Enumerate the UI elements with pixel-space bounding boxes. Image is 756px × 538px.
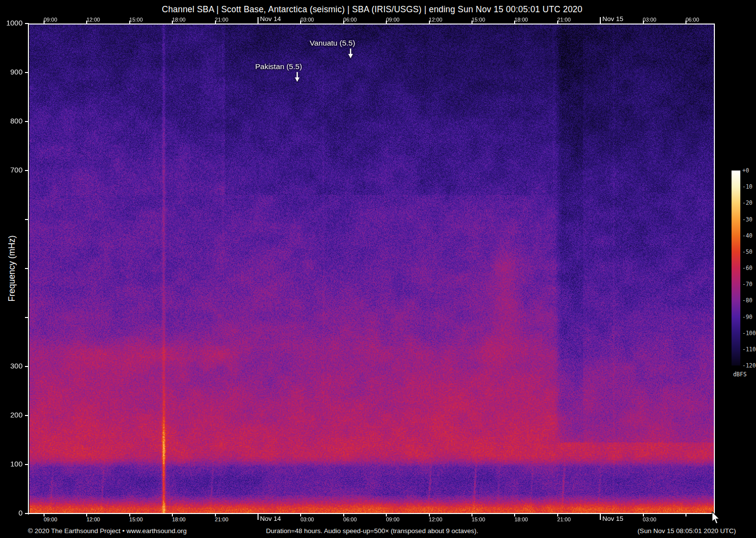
x-tick-label-bottom: 03:00: [643, 516, 657, 522]
x-tick-label-bottom: 12:00: [429, 516, 443, 522]
y-tick-label: 100: [0, 460, 23, 468]
x-tick-label-top: 12:00: [87, 17, 100, 23]
colorbar-tick-label: -120: [742, 362, 756, 369]
y-tick-label: 800: [0, 117, 23, 125]
x-tick-label-top: 18:00: [172, 17, 186, 23]
x-tick-label-top: Nov 14: [260, 15, 281, 23]
y-tick: [25, 121, 29, 122]
x-tick-top: [600, 17, 601, 24]
x-tick-label-bottom: 06:00: [343, 516, 357, 522]
x-tick-label-top: 15:00: [129, 17, 143, 23]
page-title: Channel SBA | Scott Base, Antarctica (se…: [29, 4, 715, 15]
colorbar: [732, 171, 740, 366]
annotation-pakistan: Pakistan (5.5): [225, 62, 332, 71]
x-tick-label-bottom: 18:00: [172, 516, 186, 522]
y-tick-label: 200: [0, 411, 23, 419]
x-tick-label-top: 21:00: [557, 17, 571, 23]
spectrogram-page: Channel SBA | Scott Base, Antarctica (se…: [0, 0, 756, 538]
x-tick-label-bottom: 09:00: [44, 516, 57, 522]
x-tick-bottom: [258, 514, 259, 520]
arrow-down-icon: [294, 72, 300, 82]
y-tick-label: 900: [0, 68, 23, 76]
x-tick-label-bottom: 21:00: [557, 516, 571, 522]
plot-border-left: [28, 24, 29, 514]
x-tick-label-top: Nov 15: [602, 15, 623, 23]
x-tick-label-top: 06:00: [343, 17, 357, 23]
colorbar-tick-label: -40: [742, 232, 753, 239]
x-tick-bottom: [600, 514, 601, 520]
x-tick-label-top: 09:00: [386, 17, 400, 23]
colorbar-tick-label: -20: [742, 199, 753, 206]
y-tick: [25, 268, 29, 269]
colorbar-tick-label: -30: [742, 216, 753, 223]
colorbar-tick-label: -60: [742, 265, 753, 271]
footer-duration: Duration=48 hours. Audio speed-up=500× (…: [29, 527, 715, 535]
y-tick: [25, 366, 29, 367]
x-tick-bottom: [685, 514, 686, 516]
mouse-cursor-icon: [711, 512, 720, 525]
plot-border-bottom: [28, 513, 715, 514]
x-tick-label-top: 09:00: [44, 17, 57, 23]
colorbar-tick-label: -10: [742, 183, 753, 190]
colorbar-unit-label: dBFS: [729, 371, 751, 378]
x-tick-label-bottom: Nov 15: [602, 515, 623, 522]
plot-border-right: [714, 24, 715, 517]
x-tick-label-bottom: 03:00: [301, 516, 314, 522]
x-tick-top: [258, 17, 259, 24]
x-tick-label-top: 12:00: [429, 17, 443, 23]
x-tick-label-top: 21:00: [215, 17, 229, 23]
colorbar-tick-label: -80: [742, 297, 753, 304]
y-tick: [25, 170, 29, 171]
x-tick-label-top: 15:00: [472, 17, 485, 23]
colorbar-tick-label: -70: [742, 281, 753, 288]
y-tick: [25, 23, 29, 24]
y-tick: [25, 219, 29, 220]
y-tick-label: 1000: [0, 19, 23, 27]
y-tick: [25, 513, 29, 514]
plot-border-top: [28, 24, 715, 24]
x-tick-label-bottom: 15:00: [472, 516, 485, 522]
x-tick-label-top: 03:00: [643, 17, 657, 23]
y-tick: [25, 317, 29, 318]
x-tick-label-top: 06:00: [685, 17, 699, 23]
arrow-down-icon: [348, 48, 354, 59]
y-tick: [25, 464, 29, 465]
x-tick-label-bottom: Nov 14: [260, 515, 281, 522]
spectrogram-canvas: [29, 24, 715, 514]
y-tick: [25, 72, 29, 73]
y-tick: [25, 415, 29, 416]
y-axis-title: Frequency (mHz): [7, 235, 17, 301]
footer-timestamp: (Sun Nov 15 08:05:01 2020 UTC): [638, 527, 736, 535]
x-tick-label-top: 18:00: [515, 17, 528, 23]
annotation-vanuatu: Vanuatu (5.5): [279, 39, 386, 48]
colorbar-tick-label: -50: [742, 248, 753, 255]
x-tick-label-bottom: 21:00: [215, 516, 229, 522]
colorbar-tick-label: -90: [742, 314, 753, 320]
y-tick-label: 0: [0, 509, 23, 517]
colorbar-tick-label: -100: [742, 330, 756, 337]
x-tick-label-top: 03:00: [301, 17, 314, 23]
colorbar-tick-label: +0: [742, 167, 749, 174]
x-tick-label-bottom: 12:00: [87, 516, 100, 522]
y-tick-label: 700: [0, 166, 23, 174]
x-tick-label-bottom: 09:00: [386, 516, 400, 522]
x-tick-label-bottom: 18:00: [515, 516, 528, 522]
y-tick-label: 300: [0, 362, 23, 370]
colorbar-tick-label: -110: [742, 346, 756, 353]
x-tick-label-bottom: 15:00: [129, 516, 143, 522]
